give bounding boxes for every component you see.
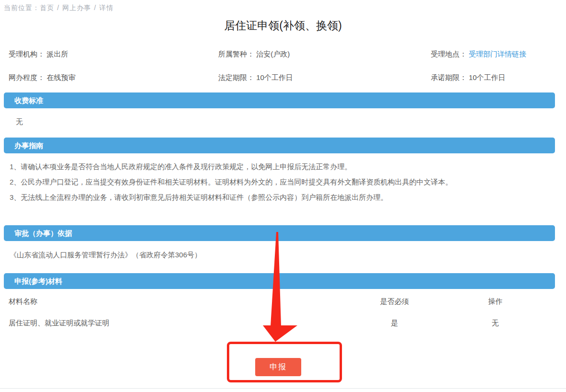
- material-row-operation: 无: [465, 319, 525, 328]
- info-promised-period: 承诺期限： 10个工作日: [431, 73, 506, 82]
- bottom-divider: [0, 388, 566, 389]
- info-value: 10个工作日: [256, 73, 293, 81]
- info-value: 派出所: [47, 50, 68, 58]
- apply-button[interactable]: 申报: [255, 358, 301, 376]
- info-value: 在线预审: [47, 73, 75, 81]
- section-header-materials: 申报(参考)材料: [4, 273, 555, 289]
- info-online-degree: 网办程度： 在线预审: [9, 73, 75, 82]
- breadcrumb-separator: /: [94, 4, 96, 12]
- breadcrumb: 当前位置：首页/网上办事/详情: [4, 4, 114, 12]
- breadcrumb-home-link[interactable]: 首页: [40, 4, 54, 12]
- info-value: 治安(户政): [256, 50, 290, 58]
- breadcrumb-separator: /: [57, 4, 59, 12]
- info-statutory-period: 法定期限： 10个工作日: [218, 73, 293, 82]
- info-police-category: 所属警种： 治安(户政): [218, 50, 290, 59]
- breadcrumb-prefix: 当前位置：: [4, 4, 40, 12]
- info-value: 10个工作日: [469, 73, 506, 81]
- info-label: 受理机构：: [9, 50, 45, 58]
- section-header-guide: 办事指南: [4, 138, 555, 153]
- info-label: 受理地点：: [431, 50, 467, 58]
- accepting-department-detail-link[interactable]: 受理部门详情链接: [469, 50, 526, 58]
- info-label: 网办程度：: [9, 73, 45, 81]
- material-row-name: 居住证明、就业证明或就学证明: [9, 319, 109, 328]
- materials-col-name: 材料名称: [9, 297, 37, 306]
- guide-item: 2、公民办理户口登记，应当提交有效身份证件和相关证明材料。证明材料为外文的，应当…: [10, 178, 452, 187]
- info-accepting-location: 受理地点： 受理部门详情链接: [431, 50, 526, 59]
- info-label: 承诺期限：: [431, 73, 467, 81]
- page-title: 居住证申领(补领、换领): [0, 18, 566, 33]
- basis-content: 《山东省流动人口服务管理暂行办法》（省政府令第306号）: [10, 251, 201, 260]
- fee-content: 无: [16, 117, 23, 127]
- material-row-required: 是: [365, 319, 424, 328]
- breadcrumb-online-services-link[interactable]: 网上办事: [62, 4, 91, 12]
- section-header-fee: 收费标准: [4, 92, 555, 108]
- materials-col-required: 是否必须: [365, 297, 424, 306]
- materials-col-operation: 操作: [465, 297, 525, 306]
- info-label: 所属警种：: [218, 50, 254, 58]
- info-accepting-agency: 受理机构： 派出所: [9, 50, 68, 59]
- breadcrumb-current: 详情: [99, 4, 114, 12]
- guide-item: 3、无法线上全流程办理的业务，请收到初审意见后持相关证明材料和证件（参照公示内容…: [10, 193, 388, 202]
- section-header-basis: 审批（办事）依据: [4, 225, 555, 241]
- page: 当前位置：首页/网上办事/详情 居住证申领(补领、换领) 受理机构： 派出所 所…: [0, 0, 566, 392]
- guide-item: 1、请确认本项业务是否符合当地人民政府规定的准入条件及现行政策规定，以免网上申报…: [10, 162, 352, 172]
- info-label: 法定期限：: [218, 73, 254, 81]
